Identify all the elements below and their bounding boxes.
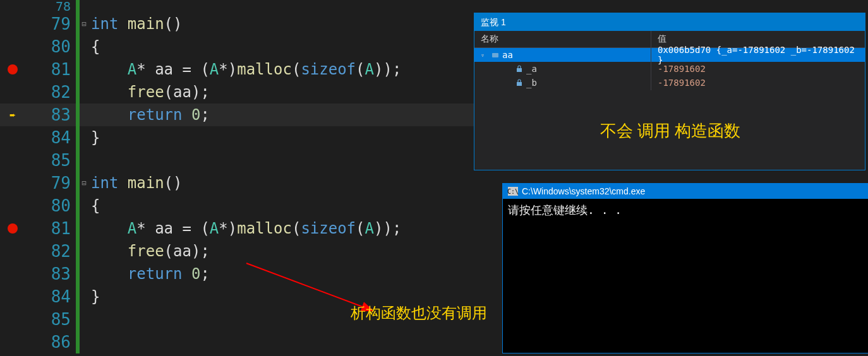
change-bar — [76, 263, 80, 285]
line-number: 79 — [25, 174, 76, 193]
code-text[interactable]: } — [88, 288, 100, 306]
current-line-arrow-icon: ➨ — [9, 109, 16, 121]
code-text[interactable]: A* aa = (A*)malloc(sizeof(A)); — [88, 61, 401, 78]
gutter[interactable] — [0, 223, 25, 234]
console-titlebar[interactable]: C:\ C:\Windows\system32\cmd.exe — [503, 184, 868, 199]
change-bar — [76, 126, 80, 149]
watch-row[interactable]: _a-17891602 — [474, 62, 865, 76]
gutter[interactable] — [0, 64, 25, 74]
line-number: 82 — [25, 242, 76, 261]
change-bar — [76, 149, 80, 172]
watch-window[interactable]: 监视 1 名称 值 ▿ aa0x006b5d70 {_a=-17891602 _… — [474, 13, 865, 170]
line-number: 82 — [25, 83, 76, 102]
code-text[interactable]: return 0; — [88, 106, 210, 124]
console-title: C:\Windows\system32\cmd.exe — [522, 186, 645, 196]
code-line[interactable]: 81 A* aa = (A*)malloc(sizeof(A)); — [0, 217, 505, 240]
code-text[interactable]: free(aa); — [88, 83, 210, 101]
code-line[interactable]: 85 — [0, 149, 505, 172]
lock-icon — [515, 64, 524, 73]
line-number: 86 — [25, 333, 76, 352]
line-number: 79 — [25, 15, 76, 33]
change-bar — [76, 331, 80, 353]
code-line[interactable]: 82 free(aa); — [0, 81, 505, 104]
line-number: 83 — [25, 105, 76, 124]
annotation-constructor: 不会 调用 构造函数 — [600, 120, 740, 142]
line-number: 81 — [25, 219, 76, 238]
code-line[interactable]: 82 free(aa); — [0, 240, 505, 263]
code-text[interactable]: A* aa = (A*)malloc(sizeof(A)); — [88, 220, 401, 237]
fold-toggle-icon[interactable]: ⊟ — [80, 179, 88, 187]
watch-var-name[interactable]: ▿ aa — [474, 47, 651, 62]
lock-icon — [515, 78, 524, 87]
change-bar — [76, 104, 80, 126]
code-line[interactable]: 79⊟int main() — [0, 13, 505, 35]
change-bar — [76, 35, 80, 58]
breakpoint-icon[interactable] — [8, 223, 18, 234]
line-number: 78 — [25, 0, 76, 14]
fold-toggle-icon[interactable]: ⊟ — [80, 20, 88, 28]
code-text[interactable]: { — [88, 38, 100, 56]
code-text[interactable]: int main() — [88, 174, 183, 192]
change-bar — [76, 240, 80, 263]
variable-icon — [491, 50, 500, 59]
line-number: 83 — [25, 264, 76, 283]
breakpoint-icon[interactable] — [8, 64, 18, 74]
code-line[interactable]: 86 — [0, 331, 505, 353]
code-block-1: 7879⊟int main()80{81 A* aa = (A*)malloc(… — [0, 0, 505, 172]
code-block-2: 79⊟int main()80{81 A* aa = (A*)malloc(si… — [0, 172, 505, 353]
code-text[interactable]: int main() — [88, 15, 183, 33]
watch-header-name[interactable]: 名称 — [474, 31, 651, 47]
code-text[interactable]: { — [88, 197, 100, 215]
code-line[interactable]: 80{ — [0, 194, 505, 217]
watch-var-value: -17891602 — [651, 61, 865, 76]
console-output: 请按任意键继续. . . — [503, 199, 868, 222]
code-line[interactable]: 78 — [0, 0, 505, 13]
change-bar — [76, 308, 80, 331]
code-line[interactable]: 81 A* aa = (A*)malloc(sizeof(A)); — [0, 58, 505, 81]
watch-row[interactable]: _b-17891602 — [474, 76, 865, 90]
code-line[interactable]: 79⊟int main() — [0, 172, 505, 194]
line-number: 80 — [25, 37, 76, 56]
watch-var-value: -17891602 — [651, 75, 865, 90]
svg-rect-2 — [517, 82, 522, 86]
watch-var-name[interactable]: _b — [474, 75, 651, 90]
gutter[interactable]: ➨ — [0, 109, 25, 121]
console-window[interactable]: C:\ C:\Windows\system32\cmd.exe 请按任意键继续.… — [502, 183, 868, 353]
line-number: 84 — [25, 128, 76, 147]
cmd-icon: C:\ — [508, 187, 518, 196]
change-bar — [76, 81, 80, 104]
code-line[interactable]: 80{ — [0, 35, 505, 58]
line-number: 84 — [25, 287, 76, 306]
annotation-destructor: 析构函数也没有调用 — [351, 303, 487, 323]
line-number: 85 — [25, 310, 76, 329]
line-number: 80 — [25, 196, 76, 215]
change-bar — [76, 194, 80, 217]
expand-icon[interactable]: ▿ — [481, 52, 488, 59]
watch-title: 监视 1 — [474, 15, 865, 31]
change-bar — [76, 285, 80, 308]
watch-var-name[interactable]: _a — [474, 61, 651, 76]
svg-rect-1 — [517, 68, 522, 72]
code-line[interactable]: 83 return 0; — [0, 263, 505, 285]
svg-rect-0 — [492, 53, 498, 57]
code-text[interactable]: free(aa); — [88, 242, 210, 260]
code-text[interactable]: return 0; — [88, 265, 210, 283]
code-text[interactable]: } — [88, 129, 100, 146]
change-bar — [76, 58, 80, 81]
watch-row[interactable]: ▿ aa0x006b5d70 {_a=-17891602 _b=-1789160… — [474, 48, 865, 62]
line-number: 81 — [25, 60, 76, 79]
line-number: 85 — [25, 151, 76, 170]
code-line[interactable]: 84} — [0, 126, 505, 149]
code-line[interactable]: ➨83 return 0; — [0, 104, 505, 126]
change-bar — [76, 217, 80, 240]
watch-rows: ▿ aa0x006b5d70 {_a=-17891602 _b=-1789160… — [474, 48, 865, 90]
